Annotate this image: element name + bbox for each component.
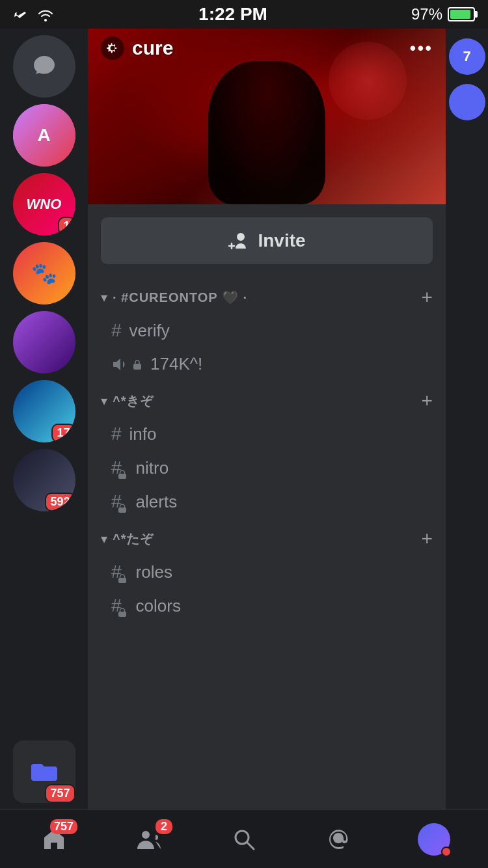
add-channel-1-button[interactable]: + [421,286,433,308]
airplane-icon [13,8,31,21]
channel-roles-label: roles [136,562,172,582]
right-panel: 7 [446,29,488,809]
status-time: 1:22 PM [198,4,267,25]
server-icon-2[interactable]: WNO 1 [13,173,75,236]
server-folder[interactable]: 757 [13,740,75,803]
server-6-badge: 592 [45,493,75,511]
chat-icon [30,52,59,81]
svg-rect-3 [118,578,126,583]
svg-rect-4 [118,612,126,617]
dm-button[interactable] [13,35,75,98]
category-cureontop[interactable]: ▾ · #CUREONTOP 🖤 · + [88,277,446,314]
left-sidebar: A WNO 1 🐾 17 592 757 [0,29,88,809]
svg-rect-1 [118,474,126,479]
search-icon [232,827,256,852]
server-icon-6[interactable]: 592 [13,449,75,511]
nav-profile[interactable] [401,817,467,862]
channel-list: ▾ · #CUREONTOP 🖤 · + # verify 174K^! [88,277,446,636]
channel-info-label: info [129,424,157,444]
category-kizo[interactable]: ▾ ^*きぞ + [88,381,446,417]
add-channel-3-button[interactable]: + [421,528,433,550]
lock-icon-roles [118,574,127,583]
channel-174k[interactable]: 174K^! [88,347,446,381]
svg-rect-0 [133,364,141,370]
lock-icon-alerts [118,504,127,513]
channel-info[interactable]: # info [88,417,446,451]
more-options-button[interactable]: ••• [410,38,433,59]
voice-icon [111,356,142,373]
channel-alerts-label: alerts [136,492,178,512]
gear-icon [105,41,120,55]
category-3-name: ^*たぞ [113,530,154,548]
svg-rect-2 [118,508,126,513]
hash-lock-alerts: # [111,491,122,512]
server-1-initial: A [37,125,50,146]
right-server-icon-1[interactable]: 7 [449,38,485,75]
folder-badge: 757 [45,784,75,803]
hash-lock-colors: # [111,595,122,616]
channel-verify-label: verify [129,321,170,341]
lock-voice-icon [132,359,142,370]
nav-search[interactable] [211,817,277,862]
server-name: cure [132,37,173,59]
speaker-icon [111,356,129,373]
nav-friends-badge: 2 [156,819,172,834]
profile-status-badge [441,847,452,857]
server-icon-5[interactable]: 17 [13,380,75,442]
lock-icon-nitro [118,470,127,479]
server-5-badge: 17 [51,424,75,442]
server-3-icon: 🐾 [31,261,57,286]
channel-nitro-label: nitro [136,458,169,478]
server-icon-4[interactable] [13,311,75,373]
chevron-down-icon-2: ▾ [101,393,107,409]
chevron-down-icon: ▾ [101,290,107,305]
status-right: 97% [411,5,475,23]
profile-avatar [418,823,450,856]
hash-icon-info: # [111,424,122,444]
folder-icon [29,756,60,787]
invite-button[interactable]: Invite [101,217,433,264]
server-panel: cure ••• Invite ▾ · #CUREONTOP 🖤 · + # v… [88,29,446,809]
bottom-nav: 757 2 [0,809,488,868]
category-2-name: ^*きぞ [113,392,154,410]
channel-174k-label: 174K^! [150,354,202,374]
hash-icon: # [111,320,122,341]
nav-friends[interactable]: 2 [116,817,182,862]
invite-button-label: Invite [258,230,305,251]
add-person-icon [228,230,249,251]
hash-lock-roles: # [111,562,122,582]
wifi-icon [36,7,55,21]
server-title-bar: cure ••• [88,29,446,68]
category-tazo[interactable]: ▾ ^*たぞ + [88,519,446,555]
nav-mentions[interactable] [306,817,372,862]
server-icon-1[interactable]: A [13,104,75,167]
server-2-initial: WNO [27,196,62,213]
hash-lock-nitro: # [111,457,122,478]
server-2-badge: 1 [58,217,75,236]
server-banner: cure ••• [88,29,446,204]
channel-nitro[interactable]: # nitro [88,451,446,485]
server-icon-3[interactable]: 🐾 [13,242,75,305]
category-1-name: · #CUREONTOP 🖤 · [113,290,247,305]
add-channel-2-button[interactable]: + [421,390,433,412]
status-bar: 1:22 PM 97% [0,0,488,29]
battery-percent: 97% [411,5,442,23]
server-settings-icon[interactable] [101,36,124,60]
battery-fill [450,10,470,19]
channel-colors[interactable]: # colors [88,589,446,623]
mentions-icon [327,827,351,852]
chevron-down-icon-3: ▾ [101,531,107,547]
nav-home-badge: 757 [50,819,77,834]
channel-colors-label: colors [136,596,181,616]
right-server-icon-2[interactable] [449,84,485,120]
status-left [13,7,55,21]
channel-roles[interactable]: # roles [88,555,446,589]
channel-verify[interactable]: # verify [88,314,446,347]
lock-icon-colors [118,608,127,617]
channel-alerts[interactable]: # alerts [88,485,446,519]
battery-icon [448,7,475,21]
nav-home[interactable]: 757 [21,817,87,862]
